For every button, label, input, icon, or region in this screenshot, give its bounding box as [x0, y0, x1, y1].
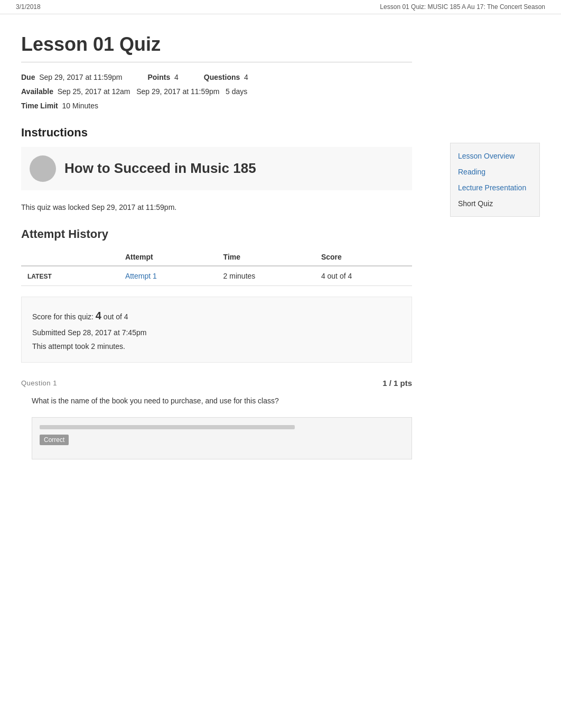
- avatar: [30, 155, 56, 182]
- top-bar-date: 3/1/2018: [16, 3, 41, 11]
- score-summary: Score for this quiz: 4 out of 4 Submitte…: [21, 297, 412, 363]
- question-section: Question 1 1 / 1 pts What is the name of…: [21, 375, 412, 459]
- locked-text: This quiz was locked Sep 29, 2017 at 11:…: [21, 203, 412, 211]
- th-empty: [21, 248, 119, 266]
- attempt-link-cell: Attempt 1: [119, 266, 217, 286]
- questions-label: Questions: [204, 73, 240, 81]
- instruction-box: How to Succeed in Music 185: [21, 147, 412, 190]
- instruction-heading: How to Succeed in Music 185: [64, 160, 256, 177]
- sidebar-link-reading[interactable]: Reading: [458, 168, 532, 176]
- score-bold: 4: [96, 310, 101, 321]
- available-days: 5 days: [226, 87, 247, 96]
- question-text: What is the name of the book you need to…: [21, 395, 412, 407]
- sidebar-link-lecture-presentation[interactable]: Lecture Presentation: [458, 183, 532, 192]
- time-limit-label: Time Limit: [21, 102, 58, 110]
- points-label: Points: [147, 73, 170, 81]
- latest-badge: LATEST: [21, 266, 119, 286]
- meta-row-available: Available Sep 25, 2017 at 12am Sep 29, 2…: [21, 85, 412, 98]
- attempt-table: Attempt Time Score LATEST Attempt 1 2 mi…: [21, 248, 412, 286]
- submitted-text: Submitted Sep 28, 2017 at 7:45pm: [32, 326, 401, 340]
- main-content: Lesson 01 Quiz Due Sep 29, 2017 at 11:59…: [0, 14, 433, 481]
- question-header: Question 1 1 / 1 pts: [21, 375, 412, 391]
- th-time: Time: [217, 248, 315, 266]
- top-bar-title: Lesson 01 Quiz: MUSIC 185 A Au 17: The C…: [380, 3, 545, 11]
- available-label: Available: [21, 87, 53, 96]
- meta-row-timelimit: Time Limit 10 Minutes: [21, 99, 412, 113]
- answer-area: Correct: [32, 417, 412, 459]
- table-header-row: Attempt Time Score: [21, 248, 412, 266]
- attempt-text: This attempt took 2 minutes.: [32, 339, 401, 354]
- score-suffix: out of 4: [104, 312, 128, 321]
- table-row: LATEST Attempt 1 2 minutes 4 out of 4: [21, 266, 412, 286]
- points-value: 4: [174, 73, 179, 81]
- meta-row-due: Due Sep 29, 2017 at 11:59pm Points 4 Que…: [21, 71, 412, 84]
- instructions-title: Instructions: [21, 126, 412, 140]
- sidebar-link-lesson-overview[interactable]: Lesson Overview: [458, 152, 532, 160]
- attempt-1-link[interactable]: Attempt 1: [125, 272, 157, 280]
- available-start: Sep 25, 2017 at 12am: [58, 87, 130, 96]
- attempt-time: 2 minutes: [217, 266, 315, 286]
- available-end: Sep 29, 2017 at 11:59pm: [136, 87, 219, 96]
- due-label: Due: [21, 73, 35, 81]
- time-limit-value: 10 Minutes: [62, 102, 98, 110]
- attempt-score: 4 out of 4: [315, 266, 412, 286]
- th-attempt: Attempt: [119, 248, 217, 266]
- score-text: Score for this quiz:: [32, 312, 94, 321]
- answer-badge: Correct: [40, 435, 69, 445]
- attempt-history-title: Attempt History: [21, 227, 412, 241]
- th-score: Score: [315, 248, 412, 266]
- page-title: Lesson 01 Quiz: [21, 25, 412, 62]
- question-pts: 1 / 1 pts: [382, 379, 412, 388]
- question-label: Question 1: [21, 379, 57, 387]
- top-bar: 3/1/2018 Lesson 01 Quiz: MUSIC 185 A Au …: [0, 0, 561, 14]
- sidebar-link-short-quiz: Short Quiz: [458, 199, 532, 208]
- questions-value: 4: [244, 73, 248, 81]
- answer-bar: [40, 425, 295, 429]
- meta-info: Due Sep 29, 2017 at 11:59pm Points 4 Que…: [21, 71, 412, 113]
- sidebar: Lesson Overview Reading Lecture Presenta…: [450, 143, 540, 217]
- due-value: Sep 29, 2017 at 11:59pm: [39, 73, 122, 81]
